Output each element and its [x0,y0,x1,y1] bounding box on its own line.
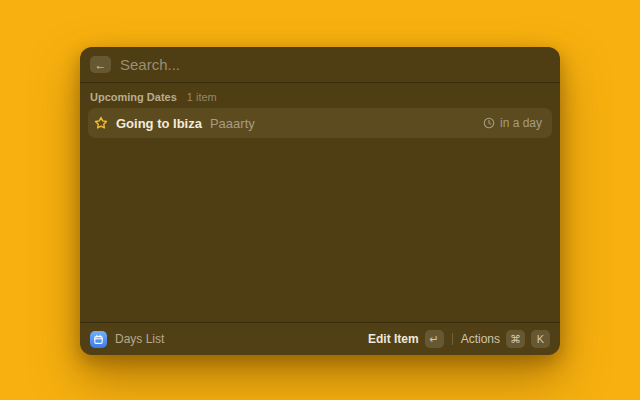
k-key: K [531,330,550,348]
results-list: Going to Ibiza Paaarty in a day [80,108,560,138]
star-icon [94,116,108,130]
days-list-app-icon [90,331,107,348]
list-item-accessory: in a day [483,116,542,130]
list-item-subtitle: Paaarty [210,116,255,131]
edit-item-label: Edit Item [368,332,419,346]
search-bar: ← [80,47,560,82]
back-arrow-icon: ← [95,59,107,71]
accessory-text: in a day [500,116,542,130]
section-title: Upcoming Dates [90,91,177,103]
edit-item-action[interactable]: Edit Item ↵ [368,330,444,348]
footer-actions: Edit Item ↵ Actions ⌘ K [368,330,550,348]
section-header: Upcoming Dates 1 item [80,83,560,108]
desktop-background: ← Upcoming Dates 1 item Going to Ibiza P… [0,0,640,400]
list-item[interactable]: Going to Ibiza Paaarty in a day [88,108,552,138]
actions-menu-button[interactable]: Actions ⌘ K [461,330,550,348]
return-key-icon: ↵ [425,330,444,348]
footer-action-separator [452,333,453,345]
section-item-count: 1 item [187,91,217,103]
footer-app-info: Days List [90,331,164,348]
app-name-label: Days List [115,332,164,346]
actions-label: Actions [461,332,500,346]
list-item-title: Going to Ibiza [116,116,202,131]
back-button[interactable]: ← [90,56,111,73]
empty-results-area [80,138,560,322]
footer-bar: Days List Edit Item ↵ Actions ⌘ K [80,323,560,355]
search-input[interactable] [120,56,550,73]
launcher-window: ← Upcoming Dates 1 item Going to Ibiza P… [80,47,560,355]
command-key-icon: ⌘ [506,330,525,348]
clock-icon [483,117,495,129]
